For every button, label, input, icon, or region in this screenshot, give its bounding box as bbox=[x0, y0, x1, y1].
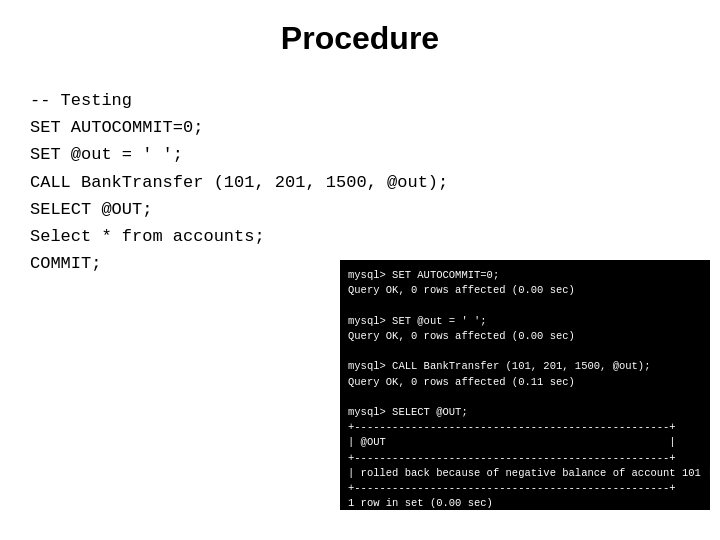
terminal-line: mysql> CALL BankTransfer (101, 201, 1500… bbox=[348, 359, 702, 374]
terminal-line: +---------------------------------------… bbox=[348, 481, 702, 496]
terminal-line: Query OK, 0 rows affected (0.00 sec) bbox=[348, 329, 702, 344]
terminal-line: 1 row in set (0.00 sec) bbox=[348, 496, 702, 510]
terminal-line: | rolled back because of negative balanc… bbox=[348, 466, 702, 481]
terminal-line: Query OK, 0 rows affected (0.00 sec) bbox=[348, 283, 702, 298]
terminal-line: mysql> SELECT @OUT; bbox=[348, 405, 702, 420]
content-area: -- TestingSET AUTOCOMMIT=0;SET @out = ' … bbox=[0, 77, 720, 277]
code-line: SET AUTOCOMMIT=0; bbox=[30, 114, 448, 141]
terminal-line: Query OK, 0 rows affected (0.11 sec) bbox=[348, 375, 702, 390]
terminal-line bbox=[348, 344, 702, 359]
terminal-line bbox=[348, 390, 702, 405]
page-title: Procedure bbox=[0, 0, 720, 77]
code-line: -- Testing bbox=[30, 87, 448, 114]
code-line: CALL BankTransfer (101, 201, 1500, @out)… bbox=[30, 169, 448, 196]
terminal-line bbox=[348, 298, 702, 313]
code-line: SET @out = ' '; bbox=[30, 141, 448, 168]
terminal-container: mysql> SET AUTOCOMMIT=0;Query OK, 0 rows… bbox=[340, 260, 710, 510]
terminal-line: +---------------------------------------… bbox=[348, 451, 702, 466]
terminal-line: mysql> SET @out = ' '; bbox=[348, 314, 702, 329]
code-block: -- TestingSET AUTOCOMMIT=0;SET @out = ' … bbox=[30, 87, 448, 277]
terminal-line: | @OUT | bbox=[348, 435, 702, 450]
code-line: SELECT @OUT; bbox=[30, 196, 448, 223]
code-line: Select * from accounts; bbox=[30, 223, 448, 250]
terminal-line: mysql> SET AUTOCOMMIT=0; bbox=[348, 268, 702, 283]
terminal-line: +---------------------------------------… bbox=[348, 420, 702, 435]
